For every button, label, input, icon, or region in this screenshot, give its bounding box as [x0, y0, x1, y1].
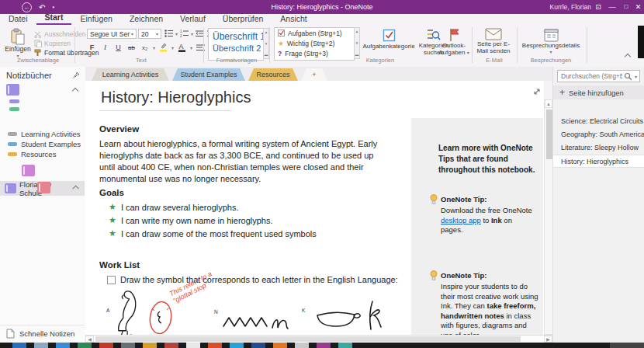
taskbar-icon[interactable] [78, 343, 92, 348]
goals-heading[interactable]: Goals [99, 188, 124, 197]
section-bar-green[interactable] [9, 107, 19, 111]
email-page-button[interactable]: Seite per E- Mail senden [475, 28, 512, 54]
page-item-literature[interactable]: Literature: Sleepy Hollow [553, 141, 644, 155]
menu-ueberpruefen[interactable]: Überprüfen [214, 14, 272, 25]
page-item-history-selected[interactable]: History: Hieroglyphics [553, 155, 644, 168]
subscript-icon[interactable]: x₂ [140, 43, 150, 52]
cut-button[interactable]: Ausschneiden [34, 30, 85, 38]
taskbar-icon[interactable] [338, 343, 352, 348]
overview-heading[interactable]: Overview [99, 124, 139, 134]
close-button[interactable]: ✕ [632, 0, 644, 14]
goal-item[interactable]: ★I can draw some of the most frequent us… [109, 228, 317, 238]
desktop-app-link[interactable]: desktop app [441, 216, 481, 224]
section-bar-purple[interactable] [9, 99, 19, 103]
scroll-up-icon[interactable]: ▲ [545, 99, 552, 108]
tag-category-button[interactable]: Aufgabenkategorie [363, 28, 414, 50]
strikethrough-icon[interactable]: ab [126, 43, 137, 52]
notebook-icon-1[interactable] [6, 84, 19, 96]
tips-panel[interactable]: Learn more with OneNote Tips that are fo… [411, 118, 543, 335]
font-color-icon[interactable]: A [177, 43, 187, 52]
taskbar-icon[interactable] [230, 343, 244, 348]
collapse-ribbon-icon[interactable] [625, 54, 631, 60]
menu-verlauf[interactable]: Verlauf [171, 14, 214, 25]
taskbar-icon[interactable] [186, 343, 200, 348]
page-title[interactable]: History: Hieroglyphics [101, 89, 251, 106]
taskbar-icon[interactable] [12, 343, 26, 348]
menu-zeichnen[interactable]: Zeichnen [121, 14, 171, 25]
notebook-icon-pink[interactable] [22, 165, 35, 176]
page-item-geography[interactable]: Geography: South America [553, 128, 644, 141]
expand-page-icon[interactable] [532, 87, 542, 96]
bold-icon[interactable]: F [87, 43, 97, 52]
style-heading2[interactable]: Überschrift 2 [209, 43, 263, 54]
font-size-select[interactable]: 20▾ [138, 29, 161, 39]
undo-icon[interactable]: ↶ [39, 3, 45, 12]
notebook-1-collapse-icon[interactable] [72, 88, 78, 94]
page-canvas[interactable]: History: Hieroglyphics Overview Learn ab… [85, 81, 544, 335]
taskbar-icon[interactable] [56, 343, 70, 348]
taskbar-icon[interactable] [273, 343, 287, 348]
letter-n-ink[interactable] [270, 312, 292, 332]
menu-einfuegen[interactable]: Einfügen [71, 14, 120, 25]
taskbar-tray[interactable] [610, 343, 644, 348]
font-name-select[interactable]: Segoe UI Ser▾ [87, 29, 137, 39]
taskbar-icon[interactable] [251, 343, 265, 348]
taskbar-icon[interactable] [99, 343, 113, 348]
underline-icon[interactable]: U [113, 43, 123, 52]
tab-learning-activities[interactable]: Learning Activities [92, 68, 169, 81]
menu-ansicht[interactable]: Ansicht [272, 14, 315, 25]
goal-item[interactable]: ★I can draw several hieroglyphs. [109, 202, 239, 212]
taskbar-icon[interactable] [121, 343, 135, 348]
paste-button[interactable]: Einfügen ▾ [4, 28, 32, 58]
taskbar-icon[interactable] [317, 343, 331, 348]
tag-important[interactable]: ★ Wichtig (Strg+2) [275, 38, 354, 48]
copy-button[interactable]: Kopieren [34, 40, 71, 47]
overview-paragraph[interactable]: Learn about hieroglyphics, a formal writ… [99, 138, 390, 185]
tab-resources[interactable]: Resources [248, 68, 298, 81]
taskbar-icon[interactable] [295, 343, 309, 348]
taskbar-icon[interactable] [164, 343, 178, 348]
ribbon-display-options-icon[interactable]: ⊡ [593, 0, 604, 14]
taskbar-icon[interactable] [143, 343, 157, 348]
tab-add-section[interactable]: + [301, 68, 327, 81]
sidebar-section-learning-activities[interactable]: Learning Activities [8, 130, 81, 138]
sidebar-section-student-examples[interactable]: Student Examples [8, 140, 81, 148]
styles-scroll[interactable]: ▲▼▬ [263, 28, 269, 59]
worklist-heading[interactable]: Work List [99, 260, 140, 270]
back-icon[interactable]: ← [22, 2, 32, 12]
minimize-button[interactable]: — [607, 0, 618, 14]
glottal-stop-circle-ink[interactable] [147, 300, 174, 335]
style-heading1[interactable]: Überschrift 1 [209, 29, 263, 43]
hieroglyph-basket-ink[interactable] [314, 308, 362, 331]
pin-icon[interactable] [73, 71, 80, 78]
hieroglyph-water-ink[interactable] [222, 314, 268, 331]
bullet-list-icon[interactable] [164, 29, 174, 38]
menu-start[interactable]: Start [36, 12, 72, 25]
todo-checkbox[interactable] [107, 276, 116, 284]
letter-k-ink[interactable] [366, 300, 386, 332]
outlook-tasks-button[interactable]: Outlook- Aufgaben ▾ [436, 28, 472, 56]
qat-customize-icon[interactable]: ▾ [52, 5, 54, 9]
paragraph-align-icon[interactable] [196, 43, 206, 52]
worklist-item[interactable]: Draw the symbol that corresponds to each… [107, 275, 398, 284]
taskbar-icon[interactable] [208, 343, 222, 348]
scroll-right-icon[interactable]: ▶ [544, 336, 552, 343]
search-input[interactable] [558, 71, 624, 81]
sidebar-section-resources[interactable]: Resources [8, 150, 56, 158]
taskbar-icon[interactable] [34, 343, 48, 348]
highlight-icon[interactable] [158, 43, 168, 52]
search-box[interactable]: ▾ [557, 70, 640, 82]
menu-datei[interactable]: Datei [0, 14, 36, 25]
search-scope-dropdown-icon[interactable]: ▾ [632, 74, 639, 79]
quick-notes[interactable]: Schnelle Notizen [0, 325, 85, 342]
numbered-list-icon[interactable]: 12 [179, 29, 189, 38]
tag-list-scroll[interactable]: ▲▼▬ [354, 27, 360, 59]
user-name[interactable]: Kurrle, Florian [550, 0, 591, 14]
page-item-science[interactable]: Science: Electrical Circuits [553, 115, 644, 128]
tag-todo[interactable]: Aufgaben (Strg+1) [275, 28, 354, 38]
windows-taskbar[interactable] [0, 343, 644, 348]
tab-student-examples[interactable]: Student Examples [172, 68, 245, 81]
meeting-details-button[interactable]: Besprechungsdetails ▾ [521, 28, 580, 54]
italic-icon[interactable]: I [100, 43, 110, 52]
goal-item[interactable]: ★I can write my own name in hieroglyphs. [109, 215, 273, 225]
